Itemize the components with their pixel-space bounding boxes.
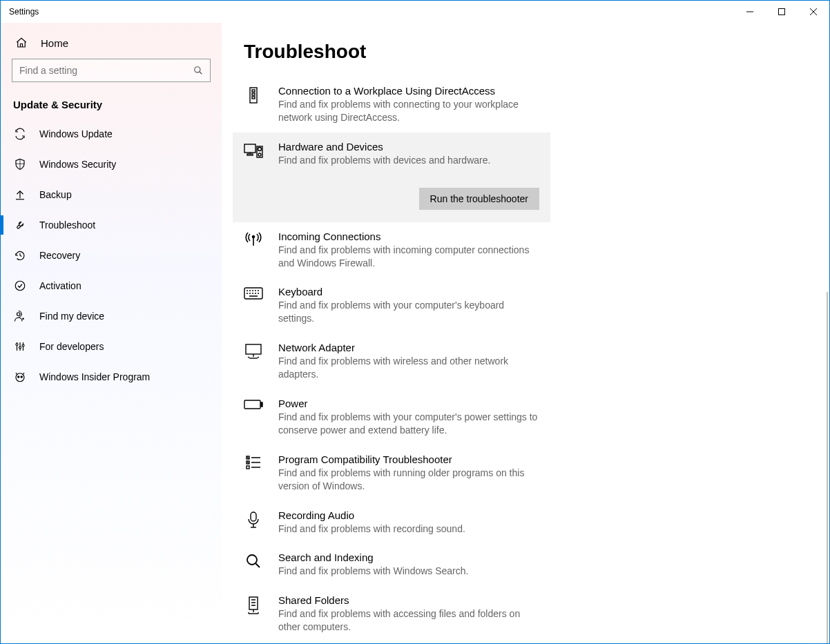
svg-rect-13 [252, 93, 255, 95]
checkmark-icon [13, 280, 27, 292]
troubleshooter-keyboard[interactable]: Keyboard Find and fix problems with your… [233, 277, 550, 333]
keyboard-icon [244, 286, 263, 325]
minimize-button[interactable] [734, 1, 766, 23]
troubleshooter-title: Search and Indexing [278, 552, 539, 563]
svg-point-29 [247, 555, 257, 565]
sidebar-item-label: Windows Update [39, 128, 113, 139]
sidebar-item-windows-insider[interactable]: Windows Insider Program [1, 362, 222, 392]
server-icon [244, 594, 263, 634]
sidebar-item-for-developers[interactable]: For developers [1, 331, 222, 362]
antenna-icon [244, 231, 263, 270]
sidebar-item-label: Windows Insider Program [39, 371, 150, 382]
troubleshooter-title: Shared Folders [278, 594, 539, 606]
svg-point-2 [15, 281, 25, 291]
sidebar-item-backup[interactable]: Backup [1, 179, 222, 210]
svg-point-20 [253, 235, 255, 237]
home-icon [15, 37, 28, 49]
titlebar: Settings [1, 1, 829, 23]
hardware-icon [244, 141, 263, 210]
building-icon [244, 85, 263, 124]
sidebar-item-label: Activation [39, 280, 81, 291]
troubleshooter-shared-folders[interactable]: Shared Folders Find and fix problems wit… [233, 586, 550, 642]
developer-icon [13, 340, 27, 353]
history-icon [13, 249, 27, 262]
troubleshooter-desc: Find and fix problems with recording sou… [278, 523, 539, 536]
troubleshooter-desc: Find and fix problems with accessing fil… [278, 607, 539, 634]
sidebar-section-title: Update & Security [1, 95, 222, 119]
search-input[interactable] [19, 65, 193, 76]
microphone-icon [244, 509, 263, 536]
svg-rect-22 [246, 344, 261, 354]
troubleshooter-search-indexing[interactable]: Search and Indexing Find and fix problem… [233, 543, 550, 586]
troubleshooter-title: Hardware and Devices [278, 141, 539, 153]
svg-rect-23 [244, 400, 260, 409]
sidebar-item-recovery[interactable]: Recovery [1, 240, 222, 271]
troubleshooter-desc: Find and fix problems with devices and h… [278, 154, 539, 167]
svg-rect-30 [249, 597, 258, 609]
sidebar-item-label: Troubleshoot [39, 219, 95, 231]
troubleshooter-desc: Find and fix problems with your computer… [278, 299, 539, 325]
sidebar-item-windows-security[interactable]: Windows Security [1, 149, 222, 179]
sidebar-home[interactable]: Home [1, 30, 222, 59]
window-controls [734, 1, 829, 23]
troubleshooter-desc: Find and fix problems with running older… [278, 467, 539, 493]
main-content: Troubleshoot Connection to a Workplace U… [222, 23, 829, 643]
troubleshooter-title: Connection to a Workplace Using DirectAc… [278, 85, 539, 97]
svg-point-5 [16, 344, 18, 346]
shield-icon [13, 158, 27, 170]
scrollbar[interactable] [827, 292, 828, 643]
sidebar-item-label: Find my device [39, 311, 104, 322]
troubleshooter-program-compatibility[interactable]: Program Compatibility Troubleshooter Fin… [233, 445, 550, 501]
troubleshooter-title: Keyboard [278, 286, 539, 297]
troubleshooter-recording-audio[interactable]: Recording Audio Find and fix problems wi… [233, 501, 550, 544]
svg-point-8 [16, 373, 24, 382]
troubleshooter-hardware-devices[interactable]: Hardware and Devices Find and fix proble… [233, 133, 550, 222]
insider-icon [13, 371, 27, 383]
svg-point-6 [19, 347, 21, 349]
svg-rect-28 [251, 512, 256, 521]
search-icon [193, 66, 203, 75]
settings-window: Settings Home [0, 0, 830, 644]
svg-point-3 [17, 313, 21, 316]
troubleshooter-power[interactable]: Power Find and fix problems with your co… [233, 389, 550, 445]
sidebar-nav: Windows Update Windows Security Backup [1, 119, 222, 392]
sidebar-item-label: Recovery [39, 250, 80, 261]
sidebar-item-windows-update[interactable]: Windows Update [1, 119, 222, 149]
troubleshooter-directaccess[interactable]: Connection to a Workplace Using DirectAc… [233, 77, 550, 133]
wrench-icon [13, 219, 27, 231]
maximize-button[interactable] [766, 1, 798, 23]
location-icon [13, 310, 27, 322]
svg-rect-0 [779, 9, 785, 15]
troubleshooter-title: Power [278, 398, 539, 409]
troubleshooter-desc: Find and fix problems with Windows Searc… [278, 565, 539, 578]
sidebar-item-troubleshoot[interactable]: Troubleshoot [1, 210, 222, 240]
body: Home Update & Security Windows Update [1, 23, 829, 643]
search-icon [244, 552, 263, 578]
sidebar-item-label: Windows Security [39, 159, 116, 170]
troubleshooter-desc: Find and fix problems with your computer… [278, 411, 539, 437]
run-troubleshooter-button[interactable]: Run the troubleshooter [419, 188, 539, 210]
checklist-icon [244, 453, 263, 493]
troubleshooter-network-adapter[interactable]: Network Adapter Find and fix problems wi… [233, 333, 550, 389]
sidebar: Home Update & Security Windows Update [1, 23, 222, 643]
backup-icon [13, 188, 27, 201]
close-button[interactable] [798, 1, 829, 23]
svg-point-19 [258, 147, 262, 150]
svg-point-1 [195, 67, 200, 72]
svg-rect-14 [252, 97, 255, 99]
troubleshooter-title: Incoming Connections [278, 231, 539, 242]
svg-point-18 [258, 153, 261, 156]
svg-rect-16 [247, 154, 253, 155]
sidebar-item-find-my-device[interactable]: Find my device [1, 301, 222, 331]
svg-rect-15 [244, 144, 255, 153]
troubleshooter-incoming-connections[interactable]: Incoming Connections Find and fix proble… [233, 222, 550, 278]
sidebar-home-label: Home [41, 37, 68, 49]
search-box[interactable] [12, 59, 211, 82]
sync-icon [13, 128, 27, 140]
window-title: Settings [1, 7, 39, 17]
troubleshooter-speech[interactable]: Speech [233, 642, 550, 643]
svg-point-10 [21, 376, 22, 378]
troubleshooter-desc: Find and fix problems with connecting to… [278, 98, 539, 124]
sidebar-item-activation[interactable]: Activation [1, 271, 222, 301]
sidebar-item-label: For developers [39, 341, 104, 352]
